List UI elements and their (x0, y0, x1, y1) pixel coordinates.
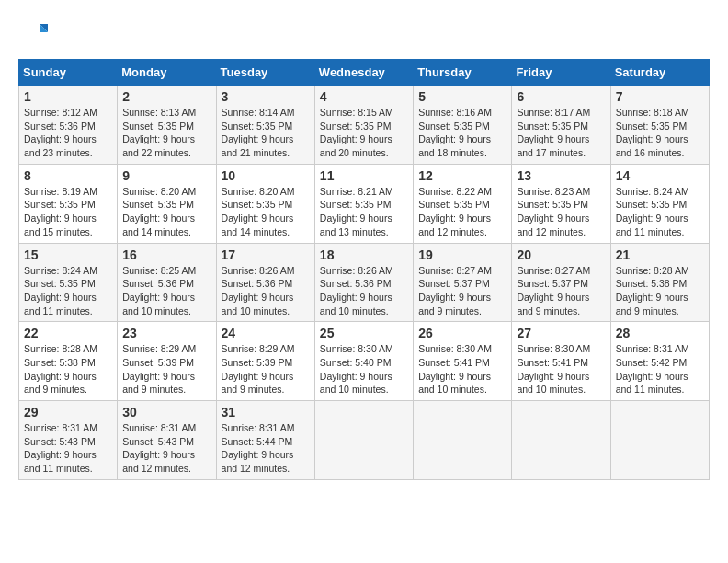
cell-content: Sunrise: 8:30 AMSunset: 5:40 PMDaylight:… (320, 342, 408, 396)
cell-content: Sunrise: 8:22 AMSunset: 5:35 PMDaylight:… (418, 185, 506, 239)
day-number: 23 (122, 326, 210, 340)
calendar-cell: 10Sunrise: 8:20 AMSunset: 5:35 PMDayligh… (216, 164, 314, 243)
calendar-cell: 8Sunrise: 8:19 AMSunset: 5:35 PMDaylight… (19, 164, 118, 243)
cell-content: Sunrise: 8:31 AMSunset: 5:43 PMDaylight:… (122, 421, 210, 476)
cell-content: Sunrise: 8:14 AMSunset: 5:35 PMDaylight:… (222, 106, 310, 160)
calendar-cell: 4Sunrise: 8:15 AMSunset: 5:35 PMDaylight… (314, 86, 413, 165)
calendar-row: 22Sunrise: 8:28 AMSunset: 5:38 PMDayligh… (19, 322, 710, 401)
calendar-row: 1Sunrise: 8:12 AMSunset: 5:36 PMDaylight… (19, 86, 710, 165)
cell-content: Sunrise: 8:13 AMSunset: 5:35 PMDaylight:… (122, 106, 210, 160)
day-number: 6 (517, 89, 605, 104)
cell-content: Sunrise: 8:15 AMSunset: 5:35 PMDaylight:… (320, 106, 408, 160)
day-number: 15 (24, 247, 112, 262)
cell-content: Sunrise: 8:26 AMSunset: 5:36 PMDaylight:… (222, 264, 310, 318)
day-number: 7 (616, 89, 704, 104)
logo (18, 18, 50, 50)
weekday-header: Wednesday (314, 60, 413, 86)
calendar-cell: 9Sunrise: 8:20 AMSunset: 5:35 PMDaylight… (118, 164, 216, 243)
cell-content: Sunrise: 8:20 AMSunset: 5:35 PMDaylight:… (222, 185, 310, 239)
day-number: 5 (418, 89, 506, 104)
cell-content: Sunrise: 8:19 AMSunset: 5:35 PMDaylight:… (24, 185, 112, 239)
calendar-row: 8Sunrise: 8:19 AMSunset: 5:35 PMDaylight… (19, 164, 710, 243)
calendar-cell: 11Sunrise: 8:21 AMSunset: 5:35 PMDayligh… (314, 164, 413, 243)
weekday-header: Monday (118, 60, 216, 86)
calendar-cell: 23Sunrise: 8:29 AMSunset: 5:39 PMDayligh… (118, 322, 216, 401)
cell-content: Sunrise: 8:24 AMSunset: 5:35 PMDaylight:… (616, 185, 704, 239)
calendar-cell: 31Sunrise: 8:31 AMSunset: 5:44 PMDayligh… (216, 401, 314, 480)
calendar-cell: 24Sunrise: 8:29 AMSunset: 5:39 PMDayligh… (216, 322, 314, 401)
day-number: 28 (616, 326, 704, 340)
calendar-cell: 18Sunrise: 8:26 AMSunset: 5:36 PMDayligh… (314, 243, 413, 322)
calendar-cell: 7Sunrise: 8:18 AMSunset: 5:35 PMDaylight… (610, 86, 709, 165)
cell-content: Sunrise: 8:31 AMSunset: 5:43 PMDaylight:… (24, 421, 112, 476)
day-number: 11 (320, 168, 408, 183)
cell-content: Sunrise: 8:27 AMSunset: 5:37 PMDaylight:… (418, 264, 506, 318)
cell-content: Sunrise: 8:30 AMSunset: 5:41 PMDaylight:… (517, 342, 605, 396)
calendar-row: 29Sunrise: 8:31 AMSunset: 5:43 PMDayligh… (19, 401, 710, 480)
weekday-header: Sunday (19, 60, 118, 86)
day-number: 26 (418, 326, 506, 340)
day-number: 16 (122, 247, 210, 262)
day-number: 12 (418, 168, 506, 183)
calendar-row: 15Sunrise: 8:24 AMSunset: 5:35 PMDayligh… (19, 243, 710, 322)
calendar-cell: 25Sunrise: 8:30 AMSunset: 5:40 PMDayligh… (314, 322, 413, 401)
cell-content: Sunrise: 8:17 AMSunset: 5:35 PMDaylight:… (517, 106, 605, 160)
day-number: 31 (222, 405, 310, 419)
calendar-cell: 16Sunrise: 8:25 AMSunset: 5:36 PMDayligh… (118, 243, 216, 322)
page-header (18, 18, 710, 50)
cell-content: Sunrise: 8:18 AMSunset: 5:35 PMDaylight:… (616, 106, 704, 160)
cell-content: Sunrise: 8:20 AMSunset: 5:35 PMDaylight:… (122, 185, 210, 239)
calendar-cell: 5Sunrise: 8:16 AMSunset: 5:35 PMDaylight… (414, 86, 512, 165)
cell-content: Sunrise: 8:25 AMSunset: 5:36 PMDaylight:… (122, 264, 210, 318)
cell-content: Sunrise: 8:23 AMSunset: 5:35 PMDaylight:… (517, 185, 605, 239)
weekday-header: Saturday (610, 60, 709, 86)
weekday-header: Tuesday (216, 60, 314, 86)
day-number: 1 (24, 89, 112, 104)
cell-content: Sunrise: 8:31 AMSunset: 5:42 PMDaylight:… (616, 342, 704, 396)
calendar-cell (610, 401, 709, 480)
calendar-cell: 29Sunrise: 8:31 AMSunset: 5:43 PMDayligh… (19, 401, 118, 480)
day-number: 4 (320, 89, 408, 104)
day-number: 17 (222, 247, 310, 262)
calendar-cell: 14Sunrise: 8:24 AMSunset: 5:35 PMDayligh… (610, 164, 709, 243)
day-number: 10 (222, 168, 310, 183)
cell-content: Sunrise: 8:26 AMSunset: 5:36 PMDaylight:… (320, 264, 408, 318)
calendar-cell: 17Sunrise: 8:26 AMSunset: 5:36 PMDayligh… (216, 243, 314, 322)
calendar-cell: 28Sunrise: 8:31 AMSunset: 5:42 PMDayligh… (610, 322, 709, 401)
calendar-table: SundayMondayTuesdayWednesdayThursdayFrid… (18, 59, 710, 480)
cell-content: Sunrise: 8:21 AMSunset: 5:35 PMDaylight:… (320, 185, 408, 239)
day-number: 18 (320, 247, 408, 262)
cell-content: Sunrise: 8:24 AMSunset: 5:35 PMDaylight:… (24, 264, 112, 318)
calendar-cell: 20Sunrise: 8:27 AMSunset: 5:37 PMDayligh… (512, 243, 610, 322)
weekday-header: Thursday (414, 60, 512, 86)
calendar-cell: 30Sunrise: 8:31 AMSunset: 5:43 PMDayligh… (118, 401, 216, 480)
cell-content: Sunrise: 8:28 AMSunset: 5:38 PMDaylight:… (24, 342, 112, 396)
calendar-cell (512, 401, 610, 480)
day-number: 9 (122, 168, 210, 183)
day-number: 29 (24, 405, 112, 419)
calendar-cell (314, 401, 413, 480)
day-number: 21 (616, 247, 704, 262)
calendar-cell: 3Sunrise: 8:14 AMSunset: 5:35 PMDaylight… (216, 86, 314, 165)
cell-content: Sunrise: 8:29 AMSunset: 5:39 PMDaylight:… (222, 342, 310, 396)
day-number: 13 (517, 168, 605, 183)
day-number: 24 (222, 326, 310, 340)
day-number: 20 (517, 247, 605, 262)
calendar-cell (414, 401, 512, 480)
day-number: 30 (122, 405, 210, 419)
calendar-cell: 15Sunrise: 8:24 AMSunset: 5:35 PMDayligh… (19, 243, 118, 322)
cell-content: Sunrise: 8:12 AMSunset: 5:36 PMDaylight:… (24, 106, 112, 160)
calendar-cell: 26Sunrise: 8:30 AMSunset: 5:41 PMDayligh… (414, 322, 512, 401)
day-number: 8 (24, 168, 112, 183)
day-number: 2 (122, 89, 210, 104)
calendar-cell: 13Sunrise: 8:23 AMSunset: 5:35 PMDayligh… (512, 164, 610, 243)
day-number: 19 (418, 247, 506, 262)
day-number: 25 (320, 326, 408, 340)
day-number: 22 (24, 326, 112, 340)
calendar-cell: 22Sunrise: 8:28 AMSunset: 5:38 PMDayligh… (19, 322, 118, 401)
cell-content: Sunrise: 8:29 AMSunset: 5:39 PMDaylight:… (122, 342, 210, 396)
calendar-cell: 27Sunrise: 8:30 AMSunset: 5:41 PMDayligh… (512, 322, 610, 401)
calendar-cell: 6Sunrise: 8:17 AMSunset: 5:35 PMDaylight… (512, 86, 610, 165)
day-number: 27 (517, 326, 605, 340)
weekday-header: Friday (512, 60, 610, 86)
